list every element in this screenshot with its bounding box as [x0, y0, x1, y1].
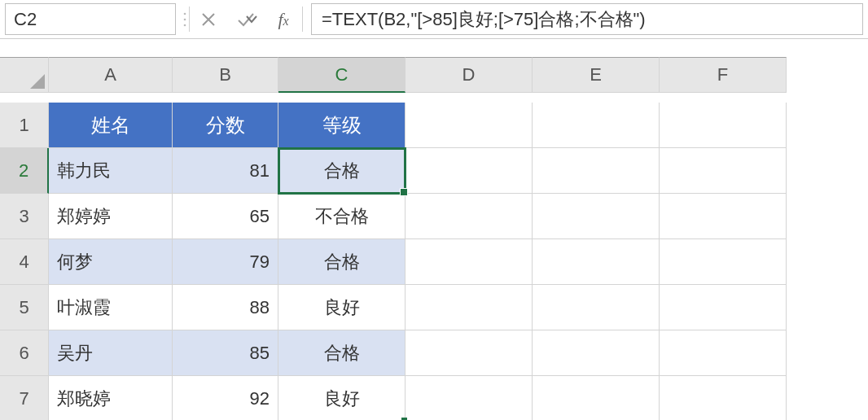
name-box-input[interactable]	[6, 9, 246, 30]
col-label: D	[462, 64, 476, 85]
cell-D7[interactable]	[406, 376, 533, 420]
row-label: 4	[19, 252, 28, 273]
cell-value: 合格	[324, 341, 360, 365]
cell-F5[interactable]	[660, 285, 787, 330]
cell-A4[interactable]: 何梦	[49, 239, 173, 285]
cell-D5[interactable]	[406, 285, 533, 330]
col-label: E	[590, 64, 602, 85]
row-label: 1	[19, 115, 28, 136]
cell-value: 不合格	[315, 204, 369, 229]
col-label: C	[335, 64, 349, 85]
cell-C5[interactable]: 良好	[278, 285, 406, 330]
row-header-2[interactable]: 2	[0, 148, 49, 194]
cell-C4[interactable]: 合格	[278, 239, 406, 285]
header-grade: 等级	[322, 112, 362, 138]
cell-C3[interactable]: 不合格	[278, 194, 406, 239]
col-header-E[interactable]: E	[533, 57, 660, 93]
cell-A5[interactable]: 叶淑霞	[49, 285, 173, 330]
col-header-B[interactable]: B	[173, 57, 278, 93]
cell-B7[interactable]: 92	[173, 376, 278, 420]
cell-value: 郑婷婷	[57, 204, 111, 229]
row-header-3[interactable]: 3	[0, 194, 49, 239]
cell-D6[interactable]	[406, 330, 533, 376]
cell-D1[interactable]	[406, 103, 533, 148]
divider	[302, 7, 303, 32]
cell-value: 79	[250, 252, 270, 273]
col-label: F	[717, 64, 728, 85]
spreadsheet-grid[interactable]: A B C D E F 1 姓名 分数 等级 2 韩力民 81 合格 3 郑婷婷…	[0, 57, 868, 420]
col-header-C[interactable]: C	[278, 57, 406, 93]
cell-D3[interactable]	[406, 194, 533, 239]
cell-E4[interactable]	[533, 239, 660, 285]
cell-value: 韩力民	[57, 159, 111, 183]
cell-F6[interactable]	[660, 330, 787, 376]
name-box-dropdown[interactable]	[246, 15, 257, 24]
col-header-A[interactable]: A	[49, 57, 173, 93]
row-header-1[interactable]: 1	[0, 103, 49, 148]
header-score: 分数	[206, 112, 245, 138]
cell-A7[interactable]: 郑晓婷	[49, 376, 173, 420]
col-header-D[interactable]: D	[406, 57, 533, 93]
cell-B2[interactable]: 81	[173, 148, 278, 194]
cell-A3[interactable]: 郑婷婷	[49, 194, 173, 239]
cell-E5[interactable]	[533, 285, 660, 330]
col-label: A	[104, 64, 116, 85]
row-label: 5	[19, 297, 28, 318]
col-label: B	[219, 64, 231, 85]
cell-B5[interactable]: 88	[173, 285, 278, 330]
cell-A1[interactable]: 姓名	[49, 103, 173, 148]
row-label: 3	[19, 206, 28, 227]
cell-F3[interactable]	[660, 194, 787, 239]
row-header-6[interactable]: 6	[0, 330, 49, 376]
cell-A2[interactable]: 韩力民	[49, 148, 173, 194]
row-header-4[interactable]: 4	[0, 239, 49, 285]
cell-value: 88	[250, 297, 270, 318]
cell-B6[interactable]: 85	[173, 330, 278, 376]
header-name: 姓名	[91, 112, 130, 138]
cell-E2[interactable]	[533, 148, 660, 194]
cell-value: 良好	[324, 295, 360, 320]
cell-value: 叶淑霞	[57, 295, 111, 320]
cell-value: 合格	[324, 250, 360, 274]
cell-E3[interactable]	[533, 194, 660, 239]
cell-B1[interactable]: 分数	[173, 103, 278, 148]
cell-C1[interactable]: 等级	[278, 103, 406, 148]
row-header-7[interactable]: 7	[0, 376, 49, 420]
insert-function-button[interactable]: fx	[265, 0, 302, 38]
cell-C6[interactable]: 合格	[278, 330, 406, 376]
formula-input[interactable]	[322, 9, 853, 30]
cell-value: 何梦	[57, 250, 93, 274]
cell-E7[interactable]	[533, 376, 660, 420]
cell-A6[interactable]: 吴丹	[49, 330, 173, 376]
cell-D2[interactable]	[406, 148, 533, 194]
cell-E1[interactable]	[533, 103, 660, 148]
name-box[interactable]	[5, 3, 176, 35]
col-header-F[interactable]: F	[660, 57, 787, 93]
cell-value: 合格	[324, 159, 360, 183]
cell-value: 92	[250, 388, 270, 409]
row-label: 2	[19, 160, 28, 182]
cell-C2[interactable]: 合格	[278, 148, 406, 194]
formula-bar: fx	[0, 0, 868, 39]
select-all-corner[interactable]	[0, 57, 49, 93]
cell-C7[interactable]: 良好	[278, 376, 406, 420]
cell-D4[interactable]	[406, 239, 533, 285]
cell-F1[interactable]	[660, 103, 787, 148]
spacer	[0, 39, 868, 57]
formula-input-wrap[interactable]	[311, 3, 863, 35]
chevron-down-icon	[246, 15, 257, 24]
cell-value: 85	[250, 343, 270, 364]
select-all-icon	[30, 74, 45, 89]
cell-B4[interactable]: 79	[173, 239, 278, 285]
cell-F4[interactable]	[660, 239, 787, 285]
cell-B3[interactable]: 65	[173, 194, 278, 239]
cell-E6[interactable]	[533, 330, 660, 376]
cell-value: 良好	[324, 387, 360, 411]
cell-value: 吴丹	[57, 341, 93, 365]
cell-value: 81	[250, 160, 270, 182]
row-label: 6	[19, 343, 28, 364]
cell-F2[interactable]	[660, 148, 787, 194]
cell-value: 郑晓婷	[57, 387, 111, 411]
cell-F7[interactable]	[660, 376, 787, 420]
row-header-5[interactable]: 5	[0, 285, 49, 330]
